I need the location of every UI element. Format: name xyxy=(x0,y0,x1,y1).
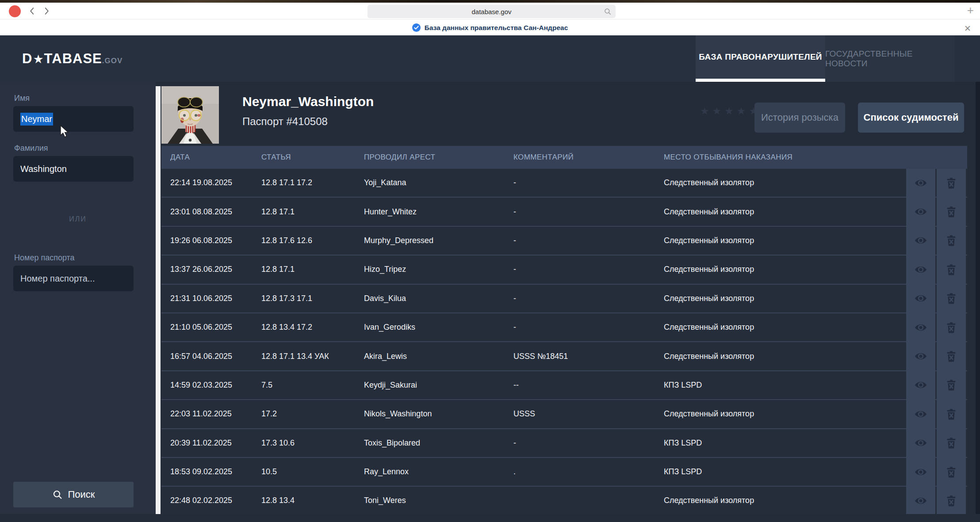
view-record-button[interactable] xyxy=(906,486,935,514)
table-row[interactable]: 23:01 08.08.2025 12.8 17.1 Hunter_Whitez… xyxy=(161,198,967,226)
new-tab-button[interactable]: + xyxy=(967,4,974,17)
avatar xyxy=(161,86,219,144)
content-divider xyxy=(156,86,161,514)
back-icon[interactable] xyxy=(27,6,37,16)
col-officer: ПРОВОДИЛ АРЕСТ xyxy=(364,153,513,162)
col-place: МЕСТО ОТБЫВАНИЯ НАКАЗАНИЯ xyxy=(664,153,967,162)
row-actions xyxy=(906,342,966,370)
view-record-button[interactable] xyxy=(906,284,935,313)
last-name-value: Washington xyxy=(20,164,67,174)
browser-chrome: database.gov + База данных правительства… xyxy=(0,3,980,35)
cell-place: Следственный изолятор xyxy=(664,496,906,505)
banner-close-icon[interactable]: ✕ xyxy=(964,23,971,34)
browser-toolbar: database.gov + xyxy=(0,3,980,19)
offender-record-panel: Neymar_Washington Паспорт #410508 ★★★★★ … xyxy=(161,82,980,514)
records-table: 22:14 19.08.2025 12.8 17.1 17.2 Yoji_Kat… xyxy=(161,169,967,514)
row-actions xyxy=(906,284,966,313)
eye-icon xyxy=(914,350,927,363)
delete-record-button[interactable] xyxy=(937,197,966,226)
mouse-cursor xyxy=(60,125,72,138)
delete-record-button[interactable] xyxy=(937,313,966,342)
trash-icon xyxy=(945,465,958,479)
search-icon[interactable] xyxy=(604,8,612,15)
cell-comment: - xyxy=(513,323,664,332)
delete-record-button[interactable] xyxy=(937,371,966,400)
cell-officer: Hunter_Whitez xyxy=(364,207,513,217)
table-row[interactable]: 21:31 10.06.2025 12.8 17.3 17.1 Davis_Ki… xyxy=(161,285,967,313)
cell-comment: - xyxy=(513,178,664,187)
first-name-field[interactable]: Neymar xyxy=(13,106,134,132)
cell-place: Следственный изолятор xyxy=(664,236,906,245)
tab-offender-database[interactable]: БАЗА ПРАВОНАРУШИТЕЛЕЙ xyxy=(696,35,825,82)
search-sidebar: Имя Neymar Фамилия Washington ИЛИ Номер … xyxy=(0,82,156,514)
convictions-button[interactable]: Список судимостей xyxy=(858,103,964,133)
row-actions xyxy=(906,226,966,255)
delete-record-button[interactable] xyxy=(937,486,966,514)
trash-icon xyxy=(945,436,958,450)
view-record-button[interactable] xyxy=(906,169,935,197)
view-record-button[interactable] xyxy=(906,342,935,370)
table-row[interactable]: 18:53 09.02.2025 10.5 Ray_Lennox . КПЗ L… xyxy=(161,458,967,487)
delete-record-button[interactable] xyxy=(937,400,966,428)
table-row[interactable]: 14:59 02.03.2025 7.5 Keydji_Sakurai -- К… xyxy=(161,371,967,400)
delete-record-button[interactable] xyxy=(937,169,966,197)
app-window: database.gov + База данных правительства… xyxy=(0,0,980,522)
cell-officer: Davis_Kilua xyxy=(364,294,513,303)
cell-place: КПЗ LSPD xyxy=(664,467,906,476)
cell-place: Следственный изолятор xyxy=(664,207,906,217)
view-record-button[interactable] xyxy=(906,197,935,226)
view-record-button[interactable] xyxy=(906,457,935,486)
trash-icon xyxy=(945,494,958,507)
trash-icon xyxy=(945,205,958,218)
view-record-button[interactable] xyxy=(906,429,935,457)
table-row[interactable]: 20:39 11.02.2025 17.3 10.6 Toxis_Bipolar… xyxy=(161,429,967,458)
trash-icon xyxy=(945,378,958,392)
page-banner: База данных правительства Сан-Андреас ✕ xyxy=(0,20,980,35)
cell-officer: Ivan_Gerodiks xyxy=(364,323,513,332)
delete-record-button[interactable] xyxy=(937,284,966,313)
wanted-history-button[interactable]: История розыска xyxy=(754,103,845,133)
table-row[interactable]: 19:26 06.08.2025 12.8 17.6 12.6 Murphy_D… xyxy=(161,227,967,255)
cell-date: 13:37 26.06.2025 xyxy=(161,265,261,274)
view-record-button[interactable] xyxy=(906,255,935,284)
table-row[interactable]: 22:48 02.02.2025 12.8 13.4 Toni_Weres Сл… xyxy=(161,487,967,514)
view-record-button[interactable] xyxy=(906,371,935,400)
table-row[interactable]: 22:03 11.02.2025 17.2 Nikols_Washington … xyxy=(161,400,967,429)
trash-icon xyxy=(945,234,958,247)
star-icon: ★ xyxy=(32,52,44,66)
view-record-button[interactable] xyxy=(906,313,935,342)
view-record-button[interactable] xyxy=(906,226,935,255)
passport-label: Номер паспорта xyxy=(14,253,75,263)
table-row[interactable]: 22:14 19.08.2025 12.8 17.1 17.2 Yoji_Kat… xyxy=(161,169,967,198)
cell-article: 12.8 17.1 17.2 xyxy=(261,178,364,187)
passport-field[interactable] xyxy=(13,266,134,291)
last-name-field[interactable]: Washington xyxy=(13,156,134,182)
window-close-button[interactable] xyxy=(9,5,21,17)
top-navbar: D★TABASE.GOV БАЗА ПРАВОНАРУШИТЕЛЕЙ ГОСУД… xyxy=(0,35,980,82)
tab-government-news[interactable]: ГОСУДАРСТВЕННЫЕ НОВОСТИ xyxy=(825,35,955,82)
search-button[interactable]: Поиск xyxy=(13,482,134,507)
table-row[interactable]: 16:57 04.06.2025 12.8 17.1 13.4 УАК Akir… xyxy=(161,342,967,371)
convictions-label: Список судимостей xyxy=(864,112,959,123)
cell-article: 12.8 17.6 12.6 xyxy=(261,236,364,245)
url-text: database.gov xyxy=(471,8,511,15)
cell-officer: Hizo_Tripez xyxy=(364,265,513,274)
delete-record-button[interactable] xyxy=(937,255,966,284)
scrollbar-track[interactable] xyxy=(976,82,980,514)
wanted-history-label: История розыска xyxy=(761,112,838,123)
or-divider-label: ИЛИ xyxy=(0,215,156,223)
cell-article: 12.8 17.1 xyxy=(261,265,364,274)
tab-government-news-label: ГОСУДАРСТВЕННЫЕ НОВОСТИ xyxy=(825,49,955,69)
delete-record-button[interactable] xyxy=(937,226,966,255)
delete-record-button[interactable] xyxy=(937,429,966,457)
offender-name: Neymar_Washington xyxy=(242,94,374,109)
view-record-button[interactable] xyxy=(906,400,935,428)
table-row[interactable]: 21:10 05.06.2025 12.8 13.4 17.2 Ivan_Ger… xyxy=(161,313,967,342)
cell-article: 17.2 xyxy=(261,409,364,419)
table-row[interactable]: 13:37 26.06.2025 12.8 17.1 Hizo_Tripez -… xyxy=(161,255,967,284)
delete-record-button[interactable] xyxy=(937,457,966,486)
address-bar[interactable]: database.gov xyxy=(368,5,616,18)
delete-record-button[interactable] xyxy=(937,342,966,370)
cell-article: 12.8 17.3 17.1 xyxy=(261,294,364,303)
forward-icon[interactable] xyxy=(42,6,51,16)
